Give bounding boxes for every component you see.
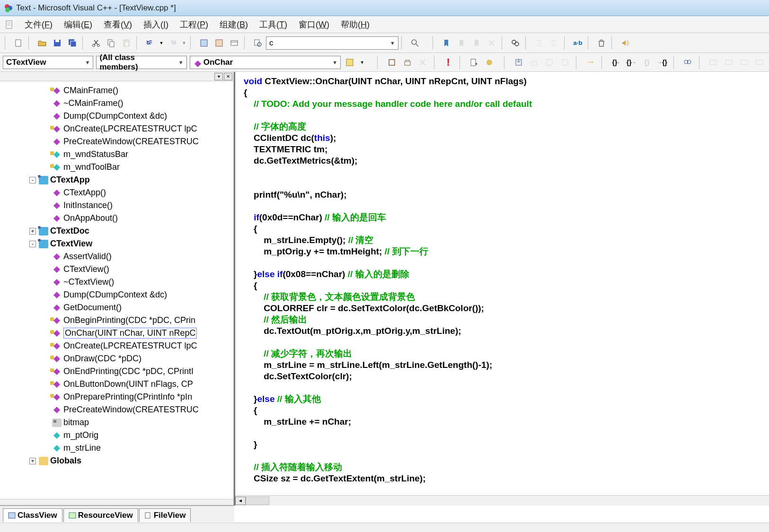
tree-item[interactable]: AssertValid() <box>3 250 233 263</box>
redo-button[interactable] <box>166 36 180 50</box>
delete-button[interactable] <box>594 36 609 50</box>
tab-classview[interactable]: ClassView <box>3 508 62 522</box>
tree-item[interactable]: bitmap <box>3 416 233 429</box>
menu-b[interactable]: 组建(B) <box>214 17 254 32</box>
sound-button[interactable] <box>618 36 632 50</box>
tree-item[interactable]: OnEndPrinting(CDC *pDC, CPrintI <box>3 365 233 378</box>
execute-button[interactable]: ! <box>442 55 455 70</box>
unindent-button[interactable] <box>547 36 561 50</box>
registers-button[interactable] <box>738 55 751 70</box>
bookmark-next-button[interactable] <box>454 36 468 50</box>
bookmark-prev-button[interactable] <box>469 36 484 50</box>
tree-item[interactable]: OnBeginPrinting(CDC *pDC, CPrin <box>3 314 233 327</box>
tree-item[interactable]: OnChar(UINT nChar, UINT nRepC <box>3 327 233 340</box>
tree-item[interactable]: +Globals <box>3 454 233 467</box>
tree-item[interactable]: Dump(CDumpContext &dc) <box>3 288 233 301</box>
code-editor[interactable]: void CTextView::OnChar(UINT nChar, UINT … <box>235 72 769 495</box>
class-tree[interactable]: CMainFrame()~CMainFrame()Dump(CDumpConte… <box>0 81 233 499</box>
tree-item[interactable]: ~CTextView() <box>3 276 233 288</box>
step-over-button[interactable] <box>528 55 540 70</box>
tab-fileview[interactable]: FileView <box>139 508 191 522</box>
wizard-dropdown[interactable]: ▼ <box>359 55 365 70</box>
build-compile-button[interactable] <box>386 55 398 70</box>
window-list-button[interactable] <box>227 36 241 50</box>
tree-item[interactable]: OnCreate(LPCREATESTRUCT lpC <box>3 122 233 135</box>
class-combo[interactable]: CTextView▼ <box>3 56 93 69</box>
brace-step-over-button[interactable]: {}→ <box>625 55 638 70</box>
tree-item[interactable]: -CTextApp <box>3 174 233 186</box>
new-file-button[interactable] <box>11 36 26 50</box>
insert-breakpoint-button[interactable] <box>483 55 495 70</box>
brace-step-into-button[interactable]: {}↓ <box>610 55 622 70</box>
menu-h[interactable]: 帮助(H) <box>335 17 375 32</box>
scroll-thumb[interactable] <box>246 497 269 505</box>
menu-v[interactable]: 查看(V) <box>98 17 138 32</box>
tree-item[interactable]: CMainFrame() <box>3 84 233 97</box>
copy-button[interactable] <box>104 36 118 50</box>
tree-item[interactable]: OnAppAbout() <box>3 212 233 225</box>
find-in-files-button[interactable] <box>251 36 265 50</box>
redo-dropdown[interactable]: ▼ <box>181 36 187 50</box>
find-next-button[interactable] <box>508 36 522 50</box>
wizard-action-button[interactable] <box>344 55 356 70</box>
watch-button[interactable] <box>707 55 720 70</box>
build-stop-button[interactable] <box>416 55 429 70</box>
tree-item[interactable]: OnLButtonDown(UINT nFlags, CP <box>3 378 233 391</box>
scroll-left-button[interactable]: ◄ <box>235 497 246 505</box>
indent-button[interactable] <box>532 36 546 50</box>
members-combo[interactable]: (All class members)▼ <box>96 56 186 69</box>
run-to-cursor-button[interactable] <box>558 55 571 70</box>
tree-item[interactable]: OnCreate(LPCREATESTRUCT lpC <box>3 340 233 352</box>
menu-t[interactable]: 工具(T) <box>254 17 293 32</box>
tree-item[interactable]: +CTextDoc <box>3 225 233 237</box>
build-build-button[interactable] <box>401 55 414 70</box>
save-button[interactable] <box>50 36 64 50</box>
output-button[interactable] <box>212 36 226 50</box>
bookmark-toggle-button[interactable] <box>439 36 453 50</box>
tree-item[interactable]: -CTextView <box>3 237 233 250</box>
expand-toggle[interactable]: - <box>29 241 36 247</box>
complete-word-button[interactable]: a·b <box>571 36 585 50</box>
step-out-button[interactable] <box>543 55 556 70</box>
tree-item[interactable]: PreCreateWindow(CREATESTRUC <box>3 403 233 416</box>
go-button[interactable] <box>468 55 480 70</box>
save-all-button[interactable] <box>65 36 80 50</box>
tree-item[interactable]: PreCreateWindow(CREATESTRUC <box>3 135 233 148</box>
expand-toggle[interactable]: + <box>29 458 36 464</box>
expand-toggle[interactable]: - <box>29 177 36 183</box>
tree-item[interactable]: CTextView() <box>3 263 233 276</box>
tree-item[interactable]: m_wndToolBar <box>3 161 233 174</box>
undo-button[interactable] <box>143 36 157 50</box>
menu-w[interactable]: 窗口(W) <box>293 17 335 32</box>
tree-item[interactable]: CTextApp() <box>3 186 233 199</box>
tree-item[interactable]: OnPreparePrinting(CPrintInfo *pIn <box>3 391 233 403</box>
tab-resourceview[interactable]: ResourceView <box>63 508 138 522</box>
brace-step-out-button[interactable]: {} <box>641 55 654 70</box>
tree-item[interactable]: OnDraw(CDC *pDC) <box>3 352 233 365</box>
tree-item[interactable]: m_ptOrig <box>3 429 233 442</box>
menu-f[interactable]: 文件(F) <box>19 17 58 32</box>
tree-item[interactable]: InitInstance() <box>3 199 233 212</box>
tree-item[interactable]: Dump(CDumpContext &dc) <box>3 110 233 122</box>
memory-button[interactable] <box>753 55 766 70</box>
tree-hscroll[interactable] <box>0 499 233 506</box>
pane-close-button[interactable]: ✕ <box>224 73 232 80</box>
expand-toggle[interactable]: + <box>29 228 36 235</box>
quickwatch-button[interactable] <box>681 55 694 70</box>
step-into-button[interactable] <box>512 55 525 70</box>
tree-item[interactable]: GetDocument() <box>3 301 233 314</box>
open-button[interactable] <box>35 36 49 50</box>
cut-button[interactable] <box>89 36 103 50</box>
function-combo[interactable]: OnChar▼ <box>190 56 341 69</box>
pane-menu-button[interactable]: ▾ <box>214 73 223 80</box>
undo-dropdown[interactable]: ▼ <box>158 36 165 50</box>
paste-button[interactable] <box>119 36 133 50</box>
bookmark-clear-button[interactable] <box>485 36 499 50</box>
menu-e[interactable]: 编辑(E) <box>58 17 98 32</box>
go-arrow-button[interactable]: → <box>584 55 597 70</box>
find-combo[interactable]: c ▼ <box>266 36 398 50</box>
run-to-brace-button[interactable]: →{} <box>656 55 669 70</box>
find-button[interactable] <box>408 36 422 50</box>
tree-item[interactable]: ~CMainFrame() <box>3 97 233 110</box>
menu-i[interactable]: 插入(I) <box>138 17 174 32</box>
